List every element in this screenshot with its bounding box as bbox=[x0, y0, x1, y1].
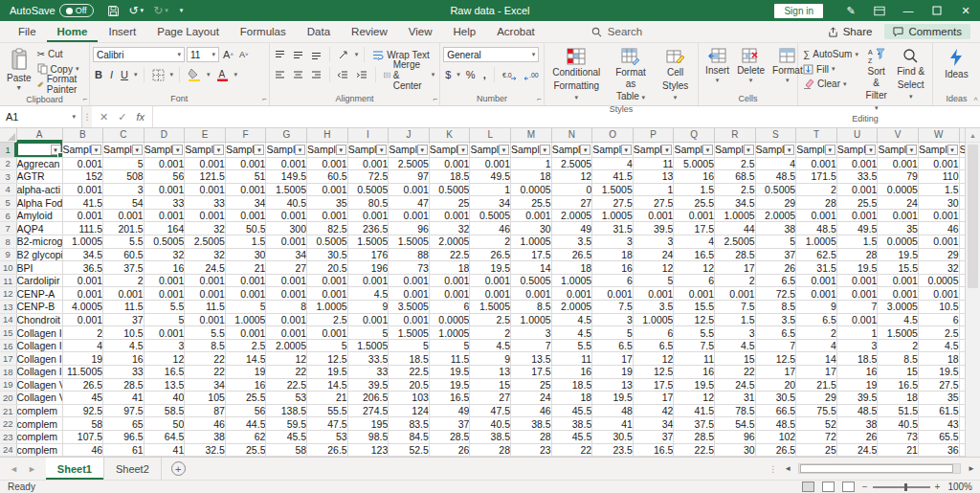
cell-P21[interactable]: 42 bbox=[633, 404, 674, 417]
column-header-P[interactable]: P bbox=[633, 128, 674, 142]
redo-button[interactable]: ↻▾ bbox=[153, 4, 168, 17]
cell-J4[interactable]: 0.001 bbox=[389, 183, 430, 196]
cell-V20[interactable]: 18 bbox=[878, 392, 919, 405]
number-dialog-launcher[interactable]: ⌐ bbox=[537, 95, 542, 103]
cell-I11[interactable]: 0.001 bbox=[347, 274, 389, 287]
cell-N5[interactable]: 27 bbox=[551, 196, 592, 210]
cell-O17[interactable]: 17 bbox=[592, 352, 634, 366]
cell-C4[interactable]: 3 bbox=[103, 183, 145, 196]
cell-M15[interactable]: 3 bbox=[511, 326, 552, 340]
underline-button[interactable]: U bbox=[119, 69, 130, 80]
cell-O7[interactable]: 31.5 bbox=[592, 222, 634, 235]
cell-I9[interactable]: 176 bbox=[347, 248, 389, 261]
cell-V24[interactable]: 21 bbox=[878, 443, 919, 457]
cell-Q16[interactable]: 7.5 bbox=[674, 339, 715, 352]
cell-I10[interactable]: 196 bbox=[347, 261, 389, 275]
cell-N24[interactable]: 22 bbox=[551, 443, 592, 457]
cell-F21[interactable]: 56 bbox=[225, 404, 266, 417]
cell-P23[interactable]: 37 bbox=[633, 430, 674, 443]
cell-A7[interactable]: AQP4 bbox=[16, 222, 62, 235]
cell-U19[interactable]: 19 bbox=[836, 378, 878, 392]
cell-J5[interactable]: 47 bbox=[389, 196, 430, 210]
cell-D11[interactable]: 0.001 bbox=[144, 274, 185, 287]
cell-R17[interactable]: 15 bbox=[715, 352, 756, 366]
cell-K4[interactable]: 0.5005 bbox=[429, 183, 470, 196]
cell-T21[interactable]: 75.5 bbox=[796, 404, 837, 417]
cancel-button[interactable]: ✕ bbox=[100, 111, 108, 123]
cell-E9[interactable]: 32 bbox=[185, 248, 226, 261]
ribbon-display-options-button[interactable] bbox=[865, 0, 894, 21]
cell-D13[interactable]: 5.5 bbox=[144, 301, 185, 314]
cell-U11[interactable]: 0.001 bbox=[836, 274, 878, 287]
cell-C24[interactable]: 61 bbox=[103, 443, 145, 457]
cell-L18[interactable]: 13 bbox=[470, 366, 511, 379]
align-right-button[interactable] bbox=[309, 70, 323, 80]
cell-S21[interactable]: 66.5 bbox=[755, 404, 796, 417]
cell-T8[interactable]: 1.0005 bbox=[796, 235, 837, 249]
cell-N18[interactable]: 16 bbox=[551, 366, 592, 379]
cell-P8[interactable]: 3 bbox=[633, 235, 674, 249]
cell-Q4[interactable]: 1.5 bbox=[674, 183, 715, 196]
cell-Q3[interactable]: 16 bbox=[674, 170, 715, 184]
filter-dropdown-I1[interactable]: ▼ bbox=[376, 145, 387, 155]
cell-N10[interactable]: 18 bbox=[551, 261, 592, 275]
cell-L17[interactable]: 9 bbox=[470, 352, 511, 366]
cell-F13[interactable]: 5 bbox=[225, 301, 266, 314]
cell-J15[interactable]: 1.5005 bbox=[389, 326, 430, 340]
row-header-5[interactable]: 5 bbox=[0, 196, 16, 210]
tab-insert[interactable]: Insert bbox=[98, 21, 146, 42]
cell-S9[interactable]: 37 bbox=[755, 248, 796, 261]
cell-I18[interactable]: 33 bbox=[347, 366, 389, 379]
cell-S16[interactable]: 7 bbox=[755, 339, 796, 352]
cell-M9[interactable]: 17.5 bbox=[511, 248, 552, 261]
cell-E23[interactable]: 38 bbox=[185, 430, 226, 443]
cell-B17[interactable]: 19 bbox=[62, 352, 103, 366]
cell-D12[interactable]: 0.001 bbox=[144, 287, 185, 301]
cell-F8[interactable]: 1.5 bbox=[225, 235, 266, 249]
cell-C20[interactable]: 41 bbox=[103, 392, 145, 405]
cell-J23[interactable]: 84.5 bbox=[389, 430, 430, 443]
cell-S17[interactable]: 12.5 bbox=[755, 352, 796, 366]
cell-F20[interactable]: 25.5 bbox=[225, 392, 266, 405]
search-box[interactable]: Search bbox=[591, 21, 642, 42]
zoom-level[interactable]: 100% bbox=[947, 482, 972, 492]
cell-W21[interactable]: 61.5 bbox=[918, 404, 959, 417]
cell-V11[interactable]: 0.001 bbox=[878, 274, 919, 287]
cell-L20[interactable]: 27 bbox=[470, 392, 511, 405]
cell-F16[interactable]: 2.5 bbox=[225, 339, 266, 352]
cell-R4[interactable]: 2.5 bbox=[715, 183, 756, 196]
cell-R23[interactable]: 96 bbox=[715, 430, 756, 443]
filter-dropdown-W1[interactable]: ▼ bbox=[947, 145, 958, 155]
cell-P11[interactable]: 5 bbox=[633, 274, 674, 287]
share-button[interactable]: Share bbox=[819, 24, 881, 39]
cell-S10[interactable]: 26 bbox=[755, 261, 796, 275]
cell-V13[interactable]: 3.0005 bbox=[878, 301, 919, 314]
sheet-tab-sheet2[interactable]: Sheet2 bbox=[104, 458, 162, 480]
filter-dropdown-D1[interactable]: ▼ bbox=[172, 145, 183, 155]
cell-B7[interactable]: 111.5 bbox=[62, 222, 103, 235]
cell-J12[interactable]: 0.001 bbox=[389, 287, 430, 301]
cell-M23[interactable]: 28 bbox=[511, 430, 552, 443]
cell-Q8[interactable]: 4 bbox=[674, 235, 715, 249]
column-header-Q[interactable]: Q bbox=[674, 128, 715, 142]
cell-U7[interactable]: 49.5 bbox=[836, 222, 878, 235]
cell-N21[interactable]: 45.5 bbox=[551, 404, 592, 417]
row-header-8[interactable]: 8 bbox=[0, 235, 16, 249]
cell-G1[interactable]: Sample▼ bbox=[266, 142, 307, 157]
cell-E2[interactable]: 0.001 bbox=[185, 157, 226, 170]
cell-O5[interactable]: 27.5 bbox=[592, 196, 634, 210]
cell-R2[interactable]: 2.5 bbox=[715, 157, 756, 170]
filter-dropdown-C1[interactable]: ▼ bbox=[132, 145, 143, 155]
cell-C6[interactable]: 0.001 bbox=[103, 209, 145, 222]
row-header-1[interactable]: 1 bbox=[0, 142, 16, 157]
font-color-button[interactable]: A bbox=[214, 68, 231, 81]
cell-B12[interactable]: 0.001 bbox=[62, 287, 103, 301]
align-center-button[interactable] bbox=[291, 70, 305, 80]
cell-B14[interactable]: 0.001 bbox=[62, 313, 103, 326]
cell-W14[interactable]: 6 bbox=[918, 313, 959, 326]
cell-B15[interactable]: 2 bbox=[62, 326, 103, 340]
cell-W16[interactable]: 4.5 bbox=[918, 339, 959, 352]
cell-R3[interactable]: 68.5 bbox=[715, 170, 756, 184]
cell-B13[interactable]: 4.0005 bbox=[62, 301, 103, 314]
ideas-button[interactable]: Ideas bbox=[941, 46, 971, 82]
